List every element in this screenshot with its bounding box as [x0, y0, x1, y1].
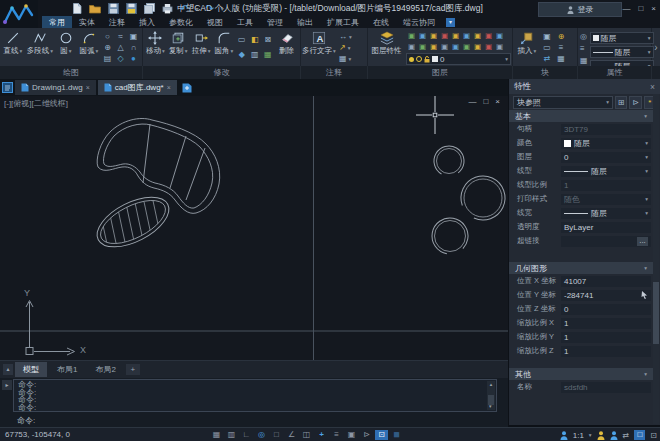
dimension-icon[interactable]: ↔	[339, 32, 347, 41]
lineweight-combo[interactable]: 随层 ▾	[590, 46, 654, 58]
trim-icon[interactable]: ◆	[239, 50, 245, 59]
undo-button[interactable]: ↶	[180, 3, 188, 15]
layer-tool-icon[interactable]: ▣	[474, 31, 481, 40]
properties-close-icon[interactable]: ×	[650, 82, 655, 92]
insert-block-button[interactable]: 插入▾	[514, 30, 540, 55]
ellipse-icon[interactable]: ○	[105, 32, 110, 41]
plot-style-icon[interactable]: ▦	[580, 56, 588, 65]
restore-button[interactable]: □	[638, 2, 643, 15]
section-label-block[interactable]: 块	[513, 66, 578, 79]
transparency-icon[interactable]: ▣	[345, 430, 358, 440]
lineweight-list-icon[interactable]: ≡	[580, 44, 588, 53]
stretch-button[interactable]: 拉伸▾	[190, 30, 213, 55]
object-snap-tracking-icon[interactable]: ∠	[285, 430, 298, 440]
section-label-properties[interactable]: 属性	[578, 66, 652, 79]
isometric-draft-icon[interactable]: ◫	[300, 430, 313, 440]
new-file-icon[interactable]	[72, 3, 82, 14]
save-as-icon[interactable]	[126, 3, 137, 14]
mtext-button[interactable]: A 多行文字▾	[302, 30, 336, 55]
fullscreen-icon[interactable]: ⊡	[650, 431, 657, 440]
section-geometry[interactable]: 几何图形 ▾	[509, 262, 653, 274]
layer-tool-icon[interactable]: ▣	[419, 31, 426, 40]
annotation-visibility-icon[interactable]	[597, 431, 605, 440]
point-icon[interactable]: ⊕	[104, 43, 111, 52]
gradient-icon[interactable]: ◇	[117, 54, 123, 63]
workspace-switch-icon[interactable]: ⇄	[623, 431, 630, 440]
annotation-scale-icon[interactable]	[560, 431, 568, 440]
command-history[interactable]: 命令: 命令: 命令: 命令: ▴ ▾	[13, 379, 497, 412]
table-icon[interactable]: ▦	[339, 54, 347, 63]
clean-screen-icon[interactable]: ◼	[390, 430, 403, 440]
boundary-icon[interactable]: ●	[131, 54, 136, 63]
section-label-annotate[interactable]: 注释	[301, 66, 368, 79]
line-button[interactable]: 直线▾	[1, 30, 25, 55]
hatch-icon[interactable]: ▤	[104, 54, 112, 63]
auto-annotation-icon[interactable]	[610, 431, 618, 440]
copy-sheets-icon[interactable]	[144, 3, 155, 14]
array-icon[interactable]: ▦	[264, 50, 272, 59]
manage-attribute-icon[interactable]: ≡	[559, 43, 564, 52]
leader-icon[interactable]: ↗	[339, 43, 346, 52]
section-label-draw[interactable]: 绘图	[0, 66, 143, 79]
plot-icon[interactable]	[162, 3, 173, 14]
undo-dropdown-icon[interactable]: ▾	[195, 5, 198, 12]
circle-button[interactable]: 圆▾	[55, 30, 77, 55]
layer-tool-icon[interactable]: ▣	[408, 31, 415, 40]
command-scrollbar[interactable]: ▴ ▾	[487, 381, 495, 410]
ribbon-style-icon[interactable]: ▾	[446, 18, 455, 27]
mdi-close-icon[interactable]: ×	[495, 97, 500, 106]
polar-tracking-icon[interactable]: ◎	[255, 430, 268, 440]
command-window-handle[interactable]: ▸	[2, 380, 12, 390]
match-properties-icon[interactable]: ◎	[580, 32, 588, 41]
doc-tab-cad-library[interactable]: cad图库.dwg* ×	[98, 80, 177, 95]
section-basic[interactable]: 基本 ▾	[509, 110, 653, 122]
scale-icon[interactable]: ⊠	[264, 35, 271, 44]
scrollbar-thumb[interactable]	[653, 282, 659, 344]
copy-button[interactable]: 复制▾	[167, 30, 190, 55]
sync-attribute-icon[interactable]: ⇄	[544, 54, 551, 63]
hyperlink-more-button[interactable]: ...	[637, 237, 648, 246]
new-document-tab-button[interactable]	[179, 81, 195, 94]
collaboration-icon[interactable]: ⊡	[375, 430, 388, 440]
layer-tool-icon[interactable]: ▣	[452, 31, 459, 40]
minimize-button[interactable]: —	[622, 2, 630, 15]
edit-attribute-icon[interactable]: ▦	[557, 54, 565, 63]
polyline-button[interactable]: 多段线▾	[25, 30, 55, 55]
properties-scrollbar[interactable]	[653, 94, 659, 424]
layout-tab-layout1[interactable]: 布局1	[49, 362, 85, 377]
layer-tool-icon[interactable]: ▣	[408, 42, 415, 51]
grid-toggle-icon[interactable]: ▦	[210, 430, 223, 440]
layer-tool-icon[interactable]: ▣	[496, 31, 503, 40]
tab-list-icon[interactable]	[2, 82, 13, 93]
close-tab-icon[interactable]: ×	[86, 84, 90, 91]
close-tab-icon[interactable]: ×	[167, 84, 171, 91]
save-icon[interactable]	[108, 3, 119, 14]
object-type-combo[interactable]: 块参照 ▾	[513, 96, 613, 109]
polygon-icon[interactable]: △	[117, 43, 123, 52]
rotate-icon[interactable]: ▭	[238, 35, 246, 44]
arc-button[interactable]: 圆弧▾	[77, 30, 101, 55]
mdi-restore-icon[interactable]: □	[483, 97, 488, 106]
erase-button[interactable]: 删除	[274, 30, 299, 55]
viewport-controls[interactable]: [-][俯视][二维线框]	[4, 98, 68, 109]
doc-tab-drawing1[interactable]: Drawing1.dwg ×	[15, 80, 96, 95]
block-editor-icon[interactable]: ⊕	[558, 32, 565, 41]
region-icon[interactable]: ▣	[130, 32, 138, 41]
move-button[interactable]: 移动▾	[144, 30, 167, 55]
layer-tool-icon[interactable]: ▣	[485, 42, 492, 51]
fillet-button[interactable]: 圆角▾	[212, 30, 235, 55]
layout-list-button[interactable]: ▴	[3, 364, 13, 375]
open-folder-icon[interactable]	[89, 4, 101, 14]
toggle-pickadd-button[interactable]: ⊞	[615, 96, 627, 109]
layer-tool-icon[interactable]: ▣	[441, 31, 448, 40]
object-snap-icon[interactable]: □	[270, 430, 283, 440]
layer-tool-icon[interactable]: ▣	[430, 42, 437, 51]
select-objects-button[interactable]: ⊳	[629, 96, 641, 109]
redo-button[interactable]: ↷	[205, 3, 213, 15]
app-logo[interactable]	[0, 0, 38, 28]
ribbon-expand-chevron[interactable]: ›	[652, 28, 660, 66]
offset-icon[interactable]: ▥	[251, 50, 259, 59]
mirror-icon[interactable]: ◧	[251, 35, 259, 44]
close-button[interactable]: ×	[651, 2, 656, 15]
layer-tool-icon[interactable]: ▣	[463, 42, 470, 51]
